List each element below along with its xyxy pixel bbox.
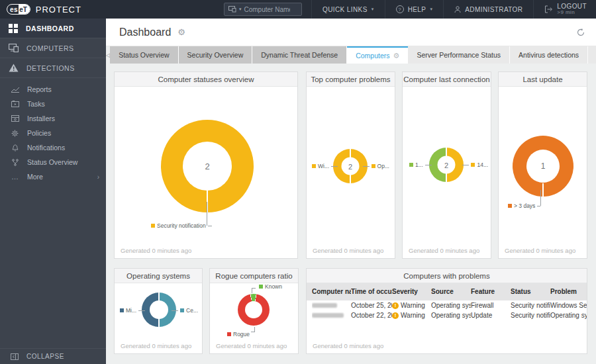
- legend-swatch: [227, 332, 231, 336]
- panel-title[interactable]: Computer statuses overview: [115, 72, 297, 87]
- tab-security-overview[interactable]: Security Overview: [179, 46, 253, 64]
- panel-title[interactable]: Last update: [499, 72, 587, 87]
- sidebar-item-reports[interactable]: Reports: [0, 82, 106, 97]
- sidebar-item-notifications[interactable]: Notifications: [0, 140, 106, 155]
- redacted-computer-name: [312, 313, 344, 318]
- col-time-of-occurrence[interactable]: Time of occurrence: [351, 288, 392, 296]
- generated-timestamp: Generated 0 minutes ago: [505, 247, 575, 254]
- quick-links-menu[interactable]: QUICK LINKS ▾: [311, 0, 385, 19]
- installers-icon: [11, 115, 19, 122]
- donut-center-value: 2: [183, 142, 232, 191]
- refresh-icon[interactable]: [576, 28, 585, 37]
- cell-source: Operating syst...: [431, 302, 471, 309]
- page-header: Dashboard ⚙: [106, 19, 596, 46]
- more-ellipsis-icon: …: [11, 173, 19, 181]
- computer-search-box[interactable]: ▾: [224, 3, 302, 16]
- warning-icon: !: [392, 302, 399, 309]
- sidebar-item-policies[interactable]: Policies: [0, 126, 106, 140]
- generated-timestamp: Generated 0 minutes ago: [121, 247, 191, 254]
- tab-firewall-detections[interactable]: Firewall detections: [588, 46, 596, 64]
- page-title: Dashboard: [119, 26, 171, 38]
- reports-chart-icon: [11, 86, 19, 93]
- legend-callout-line: [251, 327, 255, 332]
- cell-status: Security notific...: [511, 312, 550, 319]
- panel-title[interactable]: Computer last connection: [403, 72, 491, 87]
- legend-swatch: [508, 204, 512, 208]
- dashboard-settings-gear-icon[interactable]: ⚙: [177, 27, 185, 37]
- legend-left[interactable]: Mi...: [120, 307, 145, 314]
- donut-center-value: 2: [342, 158, 360, 175]
- table-row[interactable]: October 22, 20... !Warning Operating sys…: [307, 310, 587, 320]
- panel-top-computer-problems: Top computer problems 2 Wi... Op... Gene…: [306, 71, 395, 259]
- panel-title[interactable]: Top computer problems: [307, 72, 395, 87]
- top-bar: es eT PROTECT ▾ QUICK LINKS ▾ ? HELP ▾ A…: [0, 0, 596, 19]
- cell-status: Security notific...: [511, 302, 550, 309]
- sidebar-item-installers[interactable]: Installers: [0, 111, 106, 126]
- tab-dynamic-threat-defense[interactable]: Dynamic Threat Defense: [252, 46, 347, 64]
- col-feature[interactable]: Feature: [471, 288, 511, 296]
- sidebar-item-detections[interactable]: DETECTIONS: [0, 58, 106, 78]
- sidebar-item-tasks[interactable]: Tasks: [0, 97, 106, 111]
- panel-title[interactable]: Operating systems: [115, 269, 202, 283]
- chevron-down-icon: ▾: [430, 7, 432, 12]
- tasks-icon: [11, 101, 19, 107]
- legend-swatch: [409, 163, 413, 167]
- legend-right[interactable]: 14...: [462, 161, 488, 168]
- legend-left[interactable]: 1...: [409, 161, 432, 168]
- panel-title[interactable]: Computers with problems: [307, 269, 587, 283]
- update-donut-chart[interactable]: 1: [513, 136, 573, 197]
- chevron-right-icon: ›: [97, 173, 99, 181]
- donut-center-value: 1: [526, 150, 560, 183]
- rogue-donut-chart[interactable]: [238, 294, 270, 326]
- tab-settings-gear-icon[interactable]: ⚙: [393, 52, 400, 60]
- legend-right[interactable]: Op...: [363, 163, 389, 169]
- status-overview-icon: [12, 159, 19, 166]
- col-severity[interactable]: Severity: [392, 288, 431, 296]
- help-icon: ?: [396, 5, 404, 13]
- col-problem[interactable]: Problem: [550, 288, 587, 296]
- tab-computers[interactable]: Computers⚙: [347, 46, 408, 64]
- dashboard-grid-icon: [9, 24, 18, 33]
- cell-severity: Warning: [401, 312, 425, 319]
- col-computer-name[interactable]: Computer name: [312, 288, 351, 296]
- help-menu[interactable]: ? HELP ▾: [385, 0, 444, 19]
- col-source[interactable]: Source: [431, 288, 471, 296]
- legend-swatch: [312, 164, 316, 168]
- sidebar-item-more[interactable]: … More ›: [0, 169, 106, 184]
- product-name: PROTECT: [36, 5, 81, 15]
- panel-last-update: Last update 1 > 3 days Generated 0 minut…: [498, 71, 587, 259]
- legend-rogue[interactable]: Rogue: [227, 331, 250, 338]
- generated-timestamp: Generated 0 minutes ago: [216, 342, 287, 349]
- legend-security-notification[interactable]: Security notification: [151, 222, 212, 229]
- tab-antivirus-detections[interactable]: Antivirus detections: [510, 46, 588, 64]
- logout-button[interactable]: LOGOUT >9 min: [533, 0, 596, 19]
- search-input[interactable]: [244, 6, 290, 13]
- connection-donut-chart[interactable]: 2: [429, 148, 464, 182]
- panel-title[interactable]: Rogue computers ratio: [210, 269, 298, 283]
- sidebar-collapse-button[interactable]: COLLAPSE: [0, 348, 106, 364]
- session-timeout: >9 min: [557, 10, 587, 16]
- panel-operating-systems: Operating systems Mi... Ce... Generated …: [114, 268, 203, 354]
- legend-known[interactable]: Known: [259, 283, 282, 290]
- chevron-down-icon[interactable]: ▾: [239, 7, 242, 12]
- panel-rogue-computers-ratio: Rogue computers ratio Known Rogue Genera…: [209, 268, 299, 354]
- policies-gear-icon: [11, 130, 19, 137]
- tab-status-overview[interactable]: Status Overview: [110, 46, 178, 64]
- user-icon: [454, 6, 461, 13]
- legend-right[interactable]: Ce...: [172, 307, 198, 314]
- sidebar-item-computers[interactable]: COMPUTERS: [0, 38, 106, 58]
- legend-left[interactable]: Wi...: [312, 163, 338, 169]
- col-status[interactable]: Status: [511, 288, 550, 296]
- statuses-donut-chart[interactable]: 2: [161, 120, 254, 212]
- sidebar-item-dashboard[interactable]: DASHBOARD: [0, 19, 106, 38]
- dashboard-tabs: ◁ Status Overview Security Overview Dyna…: [106, 46, 596, 64]
- user-menu[interactable]: ADMINISTRATOR: [443, 0, 533, 19]
- sidebar-item-status-overview[interactable]: Status Overview: [0, 155, 106, 169]
- legend-update-age[interactable]: > 3 days: [508, 203, 540, 209]
- table-row[interactable]: October 25, 20... !Warning Operating sys…: [307, 300, 587, 310]
- computers-icon: [9, 44, 19, 52]
- problems-table: Computer name Time of occurrence Severit…: [307, 283, 587, 320]
- legend-swatch: [151, 224, 155, 228]
- tab-server-performance-status[interactable]: Server Performance Status: [408, 46, 510, 64]
- table-header-row: Computer name Time of occurrence Severit…: [307, 283, 587, 300]
